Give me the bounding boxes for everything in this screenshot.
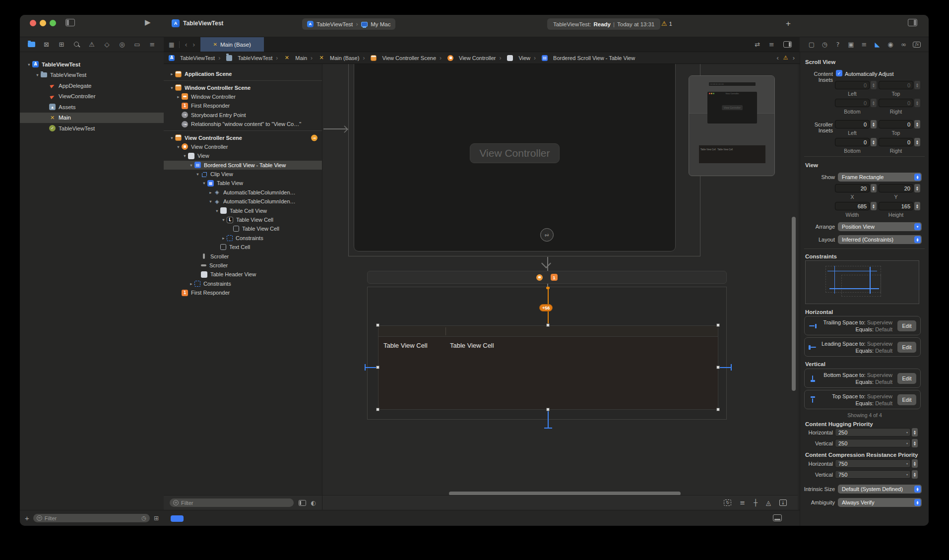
content-inset-left-field[interactable]: 0 (835, 81, 870, 89)
edit-constraint-button[interactable]: Edit (897, 373, 916, 384)
stepper[interactable]: ▲▼ (914, 138, 920, 146)
stepper[interactable]: ▲▼ (912, 439, 918, 447)
scroller-inset-bottom-field[interactable]: 0 (835, 138, 870, 146)
compression-vertical-combo[interactable]: 750 (835, 470, 911, 479)
vertical-scrollbar[interactable] (792, 217, 796, 391)
stepper[interactable]: ▲▼ (871, 81, 877, 89)
stepper[interactable]: ▲▼ (912, 470, 918, 479)
outline-row[interactable]: AutomaticTableColumnIden… → (164, 197, 322, 206)
size-inspector-tab[interactable]: ◣ (874, 41, 882, 49)
trailing-constraint-line[interactable] (718, 367, 731, 368)
table-cell-label[interactable]: Table View Cell (383, 342, 428, 349)
breadcrumb-item[interactable]: Main (272, 55, 307, 62)
disclosure-chevron[interactable] (188, 163, 194, 168)
resize-handle[interactable] (376, 323, 380, 327)
selected-table-view[interactable]: Table View Cell Table View Cell (378, 325, 718, 410)
content-inset-top-field[interactable]: 0 (879, 81, 913, 89)
find-navigator-tab[interactable] (72, 40, 81, 49)
outline-row[interactable]: Table Header View → (164, 270, 322, 279)
add-editor-icon[interactable] (783, 41, 792, 48)
scroller-inset-top-field[interactable]: 0 (879, 120, 913, 128)
content-inset-bottom-field[interactable]: 0 (835, 99, 870, 107)
minimize-traffic-light[interactable] (40, 20, 46, 26)
compression-horizontal-combo[interactable]: 750 (835, 459, 911, 468)
resize-handle[interactable] (716, 323, 720, 327)
tests-navigator-tab[interactable]: ◇ (103, 40, 112, 49)
resolve-layout-issues-icon[interactable]: ◬ (766, 499, 771, 506)
tab-main-base[interactable]: ✕ Main (Base) (200, 37, 264, 52)
file-row[interactable]: TableViewTest → (20, 59, 164, 70)
source-control-filter-icon[interactable]: ⊞ (154, 515, 159, 522)
bindings-inspector-tab[interactable]: ∞ (900, 41, 908, 49)
outline-row[interactable]: Clip View → (164, 170, 322, 179)
recents-clock-icon[interactable]: ◷ (141, 515, 146, 521)
outline-row[interactable]: Table View Cell → (164, 215, 322, 224)
edit-constraint-button[interactable]: Edit (897, 342, 916, 353)
x-field[interactable]: 20 (835, 184, 870, 192)
stepper[interactable]: ▲▼ (871, 138, 877, 146)
breadcrumb-item[interactable]: TableViewTest (215, 55, 272, 62)
outline-row[interactable]: First Responder → (164, 288, 322, 297)
adjust-editor-icon[interactable]: ≡ (769, 41, 774, 48)
scroller-inset-left-field[interactable]: 0 (835, 120, 870, 128)
file-row[interactable]: ViewController → (20, 91, 164, 102)
height-field[interactable]: 165 (879, 202, 913, 210)
stepper[interactable]: ▲▼ (912, 428, 918, 436)
file-row[interactable]: TableViewTest → (20, 70, 164, 81)
window-controller-window[interactable]: View Controller (354, 64, 676, 251)
intrinsic-size-dropdown[interactable]: Default (System Defined) ▲▼ (838, 485, 922, 494)
stepper[interactable]: ▲▼ (914, 99, 920, 107)
breadcrumb-item[interactable]: Main (Base) (307, 55, 359, 62)
bottom-constraint-line[interactable] (548, 410, 549, 428)
disclosure-chevron[interactable] (169, 85, 175, 90)
outline-row[interactable]: Storyboard Entry Point → (164, 111, 322, 120)
add-file-button[interactable]: + (25, 514, 29, 522)
debug-navigator-tab[interactable]: ◎ (118, 40, 127, 49)
stepper[interactable]: ▲▼ (914, 202, 920, 210)
layout-dropdown[interactable]: Inferred (Constraints) ▲▼ (838, 235, 922, 244)
next-issue-icon[interactable]: › (793, 54, 795, 62)
breakpoints-navigator-tab[interactable]: ▭ (133, 40, 142, 49)
stepper[interactable]: ▲▼ (871, 184, 877, 192)
constraint-row[interactable]: Top Space to: SuperviewEquals: Default E… (804, 390, 921, 409)
table-cell-label[interactable]: Table View Cell (450, 342, 494, 349)
back-arrow-icon[interactable]: ‹ (185, 41, 188, 49)
resize-handle[interactable] (546, 408, 550, 411)
disclosure-chevron[interactable] (26, 62, 32, 67)
stepper[interactable]: ▲▼ (914, 81, 920, 89)
stepper[interactable]: ▲▼ (914, 184, 920, 192)
outline-row[interactable]: View Controller Scene → (164, 133, 322, 142)
minimap-toggle-icon[interactable]: ▦ (169, 41, 174, 48)
stepper[interactable]: ▲▼ (871, 202, 877, 210)
symbols-navigator-tab[interactable]: ⊞ (57, 40, 66, 49)
device-bezels-icon[interactable] (773, 514, 782, 521)
outline-row[interactable]: Application Scene → (164, 69, 322, 78)
disclosure-chevron[interactable] (220, 236, 227, 241)
outline-row[interactable]: Text Cell → (164, 243, 322, 251)
arrange-dropdown[interactable]: Position View ▼ (838, 222, 922, 231)
resize-handle[interactable] (716, 366, 720, 369)
file-inspector-tab[interactable]: ▢ (808, 41, 816, 49)
embed-in-icon[interactable]: ↓ (779, 499, 787, 506)
scene-title-bar[interactable]: 1 (367, 271, 727, 284)
align-icon[interactable]: ≡ (740, 499, 745, 506)
hugging-horizontal-combo[interactable]: 250 (835, 428, 911, 436)
add-constraints-icon[interactable]: ┼ (754, 499, 758, 506)
storyboard-canvas[interactable]: View Controller ▪ ▪▪ ▪▪▪ ▪▪ ▪ ▪▪ ▪ ▪▪ Vi… (322, 64, 798, 495)
update-frames-icon[interactable]: ↻ (724, 499, 731, 506)
disclosure-chevron[interactable] (207, 199, 214, 204)
column-divider[interactable] (445, 327, 446, 335)
disclosure-chevron[interactable] (220, 217, 227, 222)
segue-relationship-icon[interactable]: ∿ (540, 228, 554, 242)
breakpoint-pill[interactable] (171, 515, 184, 522)
connections-inspector-tab[interactable]: ◉ (886, 41, 894, 49)
breadcrumb-item[interactable]: TableViewTest (169, 55, 215, 61)
outline-row[interactable]: Relationship "window content" to "View C… (164, 120, 322, 128)
constraint-row[interactable]: Trailing Space to: SuperviewEquals: Defa… (804, 316, 921, 335)
outline-row[interactable]: View → (164, 151, 322, 160)
edit-constraint-button[interactable]: Edit (897, 320, 916, 331)
outline-row[interactable]: Scroller → (164, 261, 322, 270)
warning-badge[interactable]: ⚠ 1 (661, 20, 672, 27)
outline-row[interactable]: AutomaticTableColumnIden… → (164, 188, 322, 197)
file-row[interactable]: TableViewTest → (20, 123, 164, 134)
